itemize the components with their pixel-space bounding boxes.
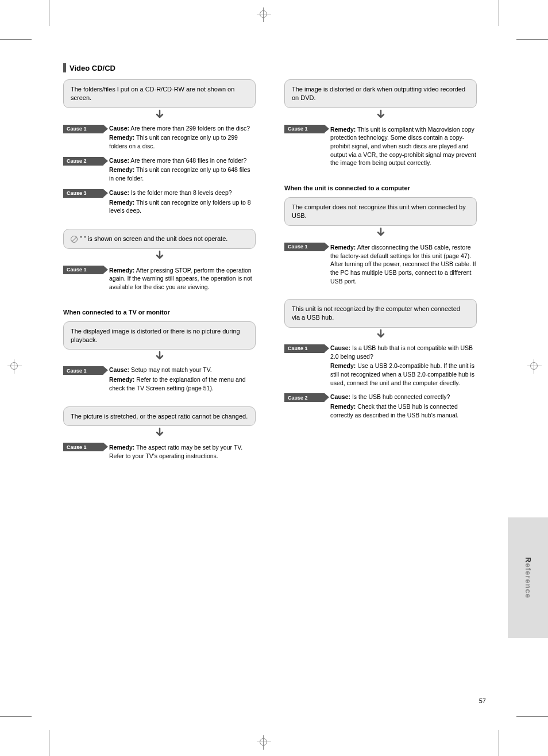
cause-tag: Cause 1: [63, 125, 103, 133]
cause-text: Are there more than 648 files in one fol…: [130, 157, 246, 164]
remedy-label: Remedy:: [330, 244, 356, 251]
symptom-box: This unit is not recognized by the compu…: [284, 299, 477, 328]
cause-tag: Cause 1: [284, 125, 325, 133]
cause-label: Cause:: [109, 366, 129, 373]
remedy-label: Remedy:: [109, 134, 134, 141]
cause-text: Setup may not match your TV.: [131, 366, 212, 373]
section-title-text: Video CD/CD: [70, 64, 115, 72]
subhead: When connected to a TV or monitor: [63, 309, 256, 316]
cause-tag: Cause 2: [284, 393, 325, 402]
remedy-label: Remedy:: [330, 403, 356, 410]
remedy-label: Remedy:: [330, 126, 356, 133]
symptom-box: The displayed image is distorted or ther…: [63, 321, 256, 350]
arrow-down-icon: [284, 108, 477, 122]
symptom-box: The image is distorted or dark when outp…: [284, 79, 477, 108]
cause-tag: Cause 1: [63, 266, 103, 274]
section-title: Video CD/CD: [63, 63, 477, 72]
cause-text: Are there more than 299 folders on the d…: [130, 125, 250, 132]
trouble-block: The computer does not recognize this uni…: [284, 197, 477, 285]
symptom-box: " " is shown on screen and the unit does…: [63, 229, 256, 249]
symptom-box: The computer does not recognize this uni…: [284, 197, 477, 226]
trouble-block: The picture is stretched, or the aspect …: [63, 406, 256, 460]
cause-tag: Cause 1: [63, 443, 103, 451]
symptom-text: " " is shown on screen and the unit does…: [80, 235, 227, 242]
cause-label: Cause:: [330, 393, 350, 400]
cause-label: Cause:: [109, 189, 129, 196]
remedy-label: Remedy:: [109, 376, 134, 383]
arrow-down-icon: [284, 328, 477, 341]
side-tab-first: R: [524, 557, 532, 563]
arrow-down-icon: [63, 108, 256, 122]
trouble-block: The folders/files I put on a CD-R/CD-RW …: [63, 79, 256, 215]
subhead: When the unit is connected to a computer: [284, 185, 477, 191]
cause-label: Cause:: [109, 125, 129, 132]
cause-text: Is the USB hub connected correctly?: [352, 393, 450, 400]
remedy-label: Remedy:: [109, 166, 134, 173]
arrow-down-icon: [63, 249, 256, 263]
cause-tag: Cause 3: [63, 189, 103, 198]
remedy-label: Remedy:: [330, 362, 356, 369]
remedy-label: Remedy:: [109, 199, 134, 206]
page-number: 57: [479, 697, 486, 704]
cause-tag: Cause 1: [284, 243, 325, 251]
trouble-block: " " is shown on screen and the unit does…: [63, 229, 256, 291]
symptom-box: The folders/files I put on a CD-R/CD-RW …: [63, 79, 256, 108]
symptom-box: The picture is stretched, or the aspect …: [63, 406, 256, 427]
remedy-label: Remedy:: [109, 267, 134, 274]
cause-text: Is the folder more than 8 levels deep?: [131, 189, 232, 196]
remedy-label: Remedy:: [109, 444, 134, 451]
right-column: The image is distorted or dark when outp…: [284, 79, 477, 474]
cause-label: Cause:: [109, 157, 129, 164]
cause-label: Cause:: [330, 344, 350, 351]
trouble-block: The image is distorted or dark when outp…: [284, 79, 477, 167]
side-tab-rest: eference: [524, 563, 532, 598]
prohibit-icon: [71, 236, 78, 243]
arrow-down-icon: [63, 350, 256, 363]
cause-tag: Cause 1: [284, 344, 325, 353]
cause-text: Is a USB hub that is not compatible with…: [330, 344, 473, 360]
trouble-block: The displayed image is distorted or ther…: [63, 321, 256, 393]
cause-tag: Cause 1: [63, 366, 103, 375]
arrow-down-icon: [284, 226, 477, 240]
side-tab-reference: Reference: [508, 517, 548, 638]
arrow-down-icon: [63, 426, 256, 440]
trouble-block: This unit is not recognized by the compu…: [284, 299, 477, 419]
left-column: The folders/files I put on a CD-R/CD-RW …: [63, 79, 256, 474]
cause-tag: Cause 2: [63, 157, 103, 166]
